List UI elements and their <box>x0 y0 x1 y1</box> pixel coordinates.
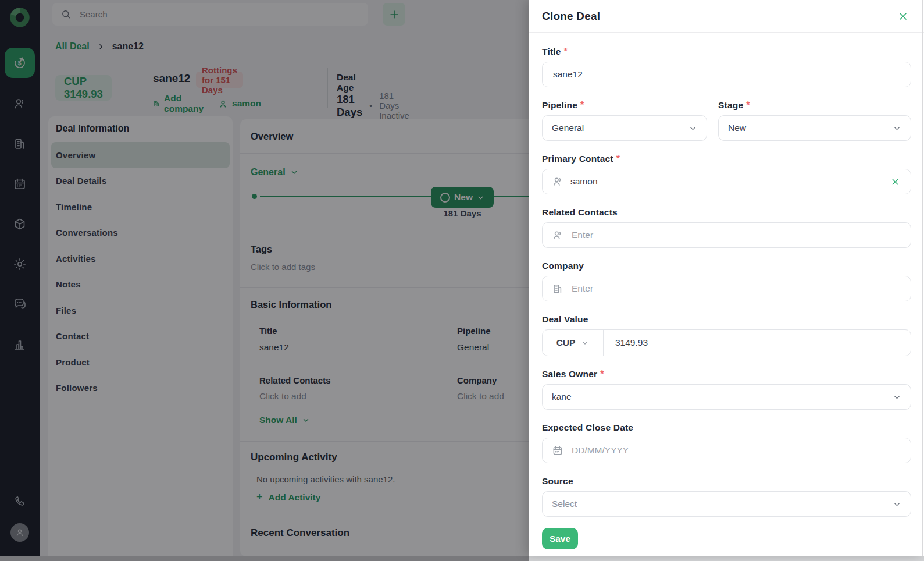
required-mark: * <box>564 47 568 56</box>
field-pipeline-stage-row: Pipeline* General Stage* New <box>542 100 911 141</box>
stage-select[interactable]: New <box>718 115 911 141</box>
chevron-down-icon <box>581 339 589 347</box>
sales-owner-select[interactable]: kane <box>542 384 911 410</box>
field-title: Title* <box>542 47 911 87</box>
field-close-date: Expected Close Date <box>542 422 911 463</box>
company-input[interactable] <box>570 283 901 294</box>
chevron-down-icon <box>893 124 901 133</box>
person-icon <box>552 176 563 187</box>
required-mark: * <box>746 100 750 110</box>
primary-contact-label: Primary Contact <box>542 154 613 164</box>
sales-owner-label: Sales Owner <box>542 369 597 379</box>
clone-deal-drawer: Clone Deal Title* Pipeline* General Stag… <box>529 0 924 556</box>
close-icon <box>897 10 909 22</box>
related-contacts-input[interactable] <box>570 229 901 241</box>
source-placeholder: Select <box>552 499 893 509</box>
field-pipeline: Pipeline* General <box>542 100 707 141</box>
related-contacts-field <box>542 222 911 248</box>
pipeline-label: Pipeline <box>542 100 577 110</box>
amount-input[interactable] <box>614 337 900 349</box>
close-icon <box>890 177 900 187</box>
field-deal-value: Deal Value CUP <box>542 314 911 356</box>
pipeline-select[interactable]: General <box>542 115 707 141</box>
field-source: Source Select <box>542 476 911 517</box>
stage-label: Stage <box>718 100 743 110</box>
sales-owner-value: kane <box>552 392 893 402</box>
calendar-icon <box>552 445 563 456</box>
close-date-label: Expected Close Date <box>542 422 633 432</box>
company-field <box>542 276 911 301</box>
clear-primary-contact-button[interactable] <box>889 176 901 188</box>
deal-value-field: CUP <box>542 329 911 356</box>
currency-select[interactable]: CUP <box>543 330 604 356</box>
deal-value-label: Deal Value <box>542 314 588 324</box>
source-label: Source <box>542 476 573 486</box>
close-date-input[interactable] <box>570 445 901 456</box>
drawer-header: Clone Deal <box>529 0 924 33</box>
field-primary-contact: Primary Contact* samon <box>542 154 911 194</box>
company-label: Company <box>542 261 584 271</box>
drawer-footer: Save <box>529 520 924 556</box>
pipeline-select-value: General <box>552 123 688 133</box>
drawer-title: Clone Deal <box>542 10 600 23</box>
related-contacts-label: Related Contacts <box>542 207 618 217</box>
source-select[interactable]: Select <box>542 491 911 517</box>
amount-input-box <box>604 330 911 356</box>
field-company: Company <box>542 261 911 301</box>
required-mark: * <box>616 154 620 164</box>
title-label: Title <box>542 47 561 56</box>
field-related-contacts: Related Contacts <box>542 207 911 248</box>
drawer-body: Title* Pipeline* General Stage* New <box>529 47 924 517</box>
stage-select-value: New <box>728 123 893 133</box>
field-sales-owner: Sales Owner* kane <box>542 369 911 410</box>
required-mark: * <box>580 100 584 110</box>
required-mark: * <box>600 369 604 379</box>
chevron-down-icon <box>893 393 901 402</box>
modal-overlay[interactable] <box>0 0 529 561</box>
building-icon <box>552 283 563 294</box>
person-icon <box>552 229 563 241</box>
primary-contact-field[interactable]: samon <box>542 169 911 194</box>
title-input[interactable] <box>552 69 901 80</box>
chevron-down-icon <box>893 500 901 509</box>
title-input-box <box>542 62 911 87</box>
close-button[interactable] <box>895 8 911 24</box>
chevron-down-icon <box>688 124 697 133</box>
save-button[interactable]: Save <box>542 528 578 549</box>
close-date-field <box>542 438 911 463</box>
primary-contact-value: samon <box>570 176 889 187</box>
field-stage: Stage* New <box>718 100 911 141</box>
currency-value: CUP <box>556 338 576 348</box>
